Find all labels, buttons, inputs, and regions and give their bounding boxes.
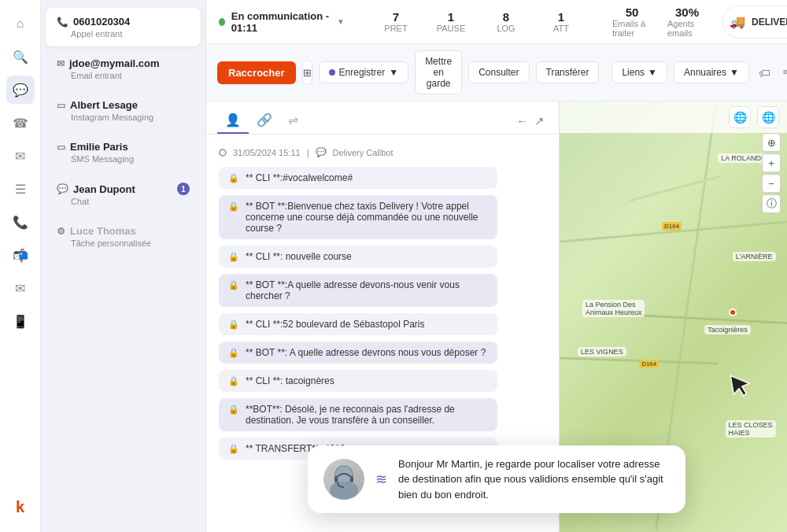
contact-albert-sub: Instagram Messaging bbox=[57, 113, 190, 122]
delivery-icon: 🚚 bbox=[730, 14, 745, 29]
contact-emilie-sub: SMS Messaging bbox=[57, 154, 190, 164]
msg-text-4: ** BOT **:A quelle adresse devons-nous v… bbox=[246, 279, 488, 301]
list-icon[interactable]: ☰ bbox=[6, 175, 35, 203]
contact-albert-name: Albert Lesage bbox=[70, 99, 138, 111]
contact-item-email[interactable]: ✉ jdoe@mymail.com Email entrant bbox=[46, 50, 201, 88]
map-label-tacoigneres: Tacoignières bbox=[704, 325, 751, 334]
tab-contact[interactable]: 👤 bbox=[217, 108, 249, 134]
contact-item-albert[interactable]: ▭ Albert Lesage Instagram Messaging bbox=[46, 91, 201, 130]
stat-att-num: 1 bbox=[558, 10, 564, 24]
call-status: En communication - 01:11 ▼ bbox=[219, 10, 345, 34]
msg-icon-8: 🔒 bbox=[228, 405, 239, 415]
call-history-icon[interactable]: 📞 bbox=[6, 208, 35, 236]
svg-marker-0 bbox=[730, 372, 752, 397]
contact-item-phone[interactable]: 📞 0601020304 Appel entrant bbox=[46, 8, 201, 46]
bot-tag: Delivery Callbot bbox=[333, 148, 394, 157]
map-globe-left[interactable]: 🌐 bbox=[729, 106, 751, 128]
liens-button[interactable]: Liens ▼ bbox=[611, 61, 667, 83]
email-contact-icon: ✉ bbox=[57, 58, 65, 69]
contact-email-name: jdoe@mymail.com bbox=[69, 57, 160, 69]
call-status-text: En communication - 01:11 bbox=[231, 10, 331, 34]
contact-jean-name: Jean Dupont bbox=[73, 183, 135, 195]
grid-button[interactable]: ⊞ bbox=[302, 60, 312, 85]
home-icon[interactable]: ⌂ bbox=[6, 9, 35, 38]
voice-wave-icon: ≋ bbox=[375, 471, 387, 488]
msg-text-2: ** BOT **:Bienvenue chez taxis Delivery … bbox=[246, 201, 488, 234]
map-info-btn[interactable]: ⓘ bbox=[762, 194, 781, 213]
stat-emails-num: 50 bbox=[626, 6, 639, 19]
msg-icon-6: 🔒 bbox=[228, 348, 239, 358]
call-dot bbox=[219, 18, 225, 26]
search-icon[interactable]: 🔍 bbox=[6, 42, 35, 71]
stat-att: 1 ATT bbox=[541, 10, 581, 33]
map-locate-btn[interactable]: ⊕ bbox=[762, 133, 781, 152]
contact-emilie-name: Emilie Paris bbox=[70, 141, 128, 153]
stat-emails-label: Emails à traiter bbox=[612, 19, 652, 38]
edit-button[interactable]: ✏ bbox=[780, 62, 787, 83]
message-3: 🔒 ** CLI **: nouvelle course bbox=[219, 246, 497, 268]
tag-button[interactable]: 🏷 bbox=[756, 63, 774, 83]
voice-popup: ≋ Bonjour Mr Martin, je regarde pour loc… bbox=[308, 445, 685, 514]
pipe-separator: | bbox=[307, 148, 309, 157]
call-status-chevron[interactable]: ▼ bbox=[337, 17, 345, 26]
mobile-icon[interactable]: 📱 bbox=[6, 307, 35, 335]
mettre-en-garde-button[interactable]: Mettre en garde bbox=[415, 50, 462, 94]
map-globe-right[interactable]: 🌐 bbox=[757, 106, 779, 128]
chat-date-row: 31/05/2024 15:11 | 💬 Delivery Callbot bbox=[219, 147, 546, 157]
tab-transfer[interactable]: ⇌ bbox=[280, 108, 306, 134]
contact-item-emilie[interactable]: ▭ Emilie Paris SMS Messaging bbox=[46, 133, 201, 172]
sms-contact-icon: ▭ bbox=[57, 142, 65, 153]
topbar: En communication - 01:11 ▼ 7 PRET 1 PAUS… bbox=[206, 0, 787, 44]
rec-dot bbox=[329, 69, 335, 76]
contact-item-luce[interactable]: ⚙ Luce Thomas Tâche personnalisée bbox=[46, 217, 201, 256]
msg-icon-2: 🔒 bbox=[228, 201, 239, 212]
map-zoom-in[interactable]: + bbox=[762, 153, 781, 172]
arrow-left-btn[interactable]: ← bbox=[513, 111, 531, 131]
raccrocher-button[interactable]: Raccrocher bbox=[217, 61, 296, 84]
stat-pause-label: PAUSE bbox=[437, 24, 465, 33]
map-label-vignes: LES VIGNES bbox=[578, 347, 626, 357]
msg-icon-1: 🔒 bbox=[228, 173, 239, 183]
chat-tabs: 👤 🔗 ⇌ ← ↗ bbox=[206, 102, 559, 135]
stat-agents-label: Agents emails bbox=[667, 19, 707, 38]
map-cursor bbox=[728, 371, 755, 405]
callbot-icon: 💬 bbox=[316, 147, 327, 157]
msg-text-1: ** CLI **:#vocalwelcome# bbox=[246, 172, 353, 183]
stat-pause: 1 PAUSE bbox=[431, 10, 471, 33]
msg-text-7: ** CLI **: tacoignères bbox=[246, 375, 334, 386]
phone-icon[interactable]: ☎ bbox=[6, 109, 35, 137]
message-icon[interactable]: ✉ bbox=[6, 274, 35, 302]
liens-chevron: ▼ bbox=[648, 67, 657, 78]
stat-pret-label: PRET bbox=[384, 24, 407, 33]
contact-luce-name: Luce Thomas bbox=[70, 225, 136, 237]
annuaires-button[interactable]: Annuaires ▼ bbox=[674, 61, 749, 83]
contact-jean-badge: 1 bbox=[177, 183, 190, 195]
chat-contact-icon: 💬 bbox=[57, 183, 68, 194]
contact-luce-sub: Tâche personnalisée bbox=[57, 238, 190, 248]
mailbox-icon[interactable]: 📬 bbox=[6, 241, 35, 269]
message-6: 🔒 ** BOT **: A quelle adresse devrons no… bbox=[219, 342, 497, 364]
app-logo: k bbox=[16, 498, 24, 516]
enregistrer-chevron: ▼ bbox=[389, 67, 398, 78]
map-zoom-out[interactable]: − bbox=[762, 174, 781, 193]
msg-text-8: **BOT**: Désolé, je ne reconnais pas l'a… bbox=[246, 404, 488, 426]
map-label-closes: LES CLOSESHAIES bbox=[726, 420, 776, 438]
stat-att-label: ATT bbox=[553, 24, 569, 33]
email-icon[interactable]: ✉ bbox=[6, 142, 35, 170]
msg-icon-5: 🔒 bbox=[228, 320, 239, 330]
tab-link[interactable]: 🔗 bbox=[249, 108, 280, 134]
consulter-button[interactable]: Consulter bbox=[468, 61, 529, 83]
chat-icon[interactable]: 💬 bbox=[6, 76, 35, 104]
msg-icon-7: 🔒 bbox=[228, 376, 239, 386]
arrow-right-btn[interactable]: ↗ bbox=[531, 111, 548, 131]
enregistrer-button[interactable]: Enregistrer ▼ bbox=[319, 61, 409, 83]
task-contact-icon: ⚙ bbox=[57, 226, 65, 237]
stat-agents: 30% Agents emails bbox=[667, 6, 707, 38]
main-area: En communication - 01:11 ▼ 7 PRET 1 PAUS… bbox=[206, 0, 787, 532]
insta-contact-icon: ▭ bbox=[57, 100, 65, 111]
map-controls: ⊕ + − ⓘ bbox=[762, 133, 781, 213]
delivery-badge[interactable]: 🚚 DELIVERY U bbox=[722, 6, 787, 39]
transferer-button[interactable]: Transférer bbox=[536, 61, 600, 83]
contact-item-jean[interactable]: 💬 Jean Dupont 1 Chat bbox=[46, 175, 201, 214]
msg-text-3: ** CLI **: nouvelle course bbox=[246, 251, 352, 262]
